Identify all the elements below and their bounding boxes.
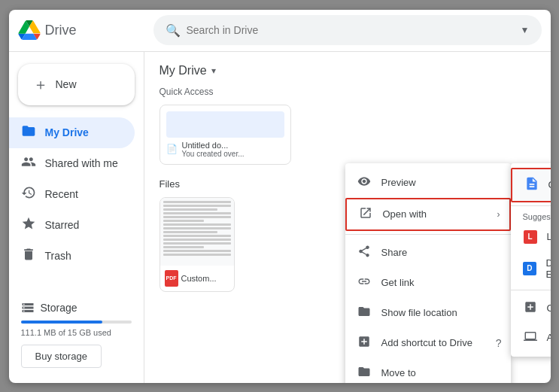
file-line bbox=[163, 231, 217, 233]
submenu-dochub-label: DocHub - PDF Sign and Edit bbox=[545, 257, 550, 280]
sidebar-item-shared-label: Shared with me bbox=[45, 157, 118, 169]
dochub-icon: D bbox=[523, 261, 537, 275]
file-line bbox=[163, 208, 217, 211]
submenu-google-docs-label: Google Docs bbox=[548, 179, 551, 190]
qa-card-info: 📄 Untitled do... You created over... bbox=[166, 141, 284, 158]
file-line bbox=[163, 212, 231, 214]
sidebar-item-recent[interactable]: Recent bbox=[9, 179, 135, 210]
menu-item-move-to[interactable]: Move to bbox=[345, 358, 511, 383]
preview-icon bbox=[357, 175, 371, 191]
people-icon bbox=[21, 154, 36, 173]
search-input[interactable] bbox=[187, 24, 515, 36]
buy-storage-button[interactable]: Buy storage bbox=[21, 345, 102, 368]
submenu-item-google-docs[interactable]: Google Docs bbox=[511, 168, 551, 202]
pdf-icon: PDF bbox=[165, 270, 178, 287]
drive-logo-icon bbox=[18, 20, 41, 40]
qa-card-name: Untitled do... bbox=[182, 141, 245, 150]
share-icon bbox=[357, 245, 371, 261]
doc-icon: 📄 bbox=[166, 144, 178, 154]
submenu-connect-label: Connect more apps bbox=[547, 302, 551, 314]
file-line bbox=[163, 220, 204, 222]
folder-icon bbox=[21, 123, 36, 142]
open-with-icon bbox=[359, 206, 372, 223]
search-dropdown-icon[interactable]: ▼ bbox=[521, 25, 530, 35]
connect-icon bbox=[523, 300, 538, 316]
quick-access-card[interactable]: 📄 Untitled do... You created over... bbox=[159, 105, 291, 165]
qa-card-sub: You created over... bbox=[182, 150, 245, 158]
storage-used-text: 111.1 MB of 15 GB used bbox=[21, 328, 132, 337]
menu-item-move-to-label: Move to bbox=[381, 367, 416, 378]
submenu-item-computer[interactable]: Apps on your Computer bbox=[511, 323, 551, 352]
main-header: My Drive ▾ bbox=[159, 64, 536, 77]
file-preview-lines bbox=[163, 201, 231, 256]
file-line bbox=[163, 250, 231, 252]
menu-item-share-label: Share bbox=[381, 247, 408, 258]
move-icon bbox=[357, 365, 371, 381]
plus-icon: ＋ bbox=[33, 74, 48, 95]
header: Drive 🔍 ▼ bbox=[9, 10, 551, 52]
folder-open-icon bbox=[357, 305, 371, 321]
file-line bbox=[163, 216, 231, 218]
new-button-label: New bbox=[56, 78, 77, 90]
sidebar-item-my-drive[interactable]: My Drive bbox=[9, 117, 135, 148]
file-line bbox=[163, 201, 231, 203]
trash-icon bbox=[21, 247, 36, 266]
submenu-item-dochub[interactable]: D DocHub - PDF Sign and Edit bbox=[511, 251, 551, 287]
file-card-name: Custom... bbox=[181, 274, 217, 283]
link-icon bbox=[357, 275, 371, 291]
menu-item-get-link-label: Get link bbox=[381, 277, 415, 288]
main-title: My Drive bbox=[159, 64, 207, 77]
google-docs-icon bbox=[524, 176, 539, 194]
menu-item-add-shortcut[interactable]: Add shortcut to Drive ? bbox=[345, 328, 511, 358]
search-icon: 🔍 bbox=[166, 23, 181, 38]
menu-item-add-shortcut-label: Add shortcut to Drive bbox=[381, 337, 472, 348]
sidebar-item-recent-label: Recent bbox=[45, 188, 78, 200]
menu-item-show-location-label: Show file location bbox=[381, 307, 457, 318]
storage-bar-bg bbox=[21, 321, 132, 324]
file-line bbox=[163, 254, 231, 256]
submenu-divider-2 bbox=[511, 290, 551, 290]
lumin-icon: L bbox=[523, 229, 538, 244]
sidebar-item-trash[interactable]: Trash bbox=[9, 241, 135, 272]
submenu-item-lumin[interactable]: L Lumin PDF bbox=[511, 223, 551, 251]
submenu-divider bbox=[511, 205, 551, 206]
file-line bbox=[163, 246, 204, 248]
quick-access-label: Quick Access bbox=[159, 87, 536, 97]
app-title: Drive bbox=[45, 23, 77, 38]
submenu-lumin-label: Lumin PDF bbox=[547, 231, 551, 242]
file-line bbox=[163, 223, 231, 226]
file-line bbox=[163, 239, 231, 241]
storage-icon bbox=[21, 301, 35, 315]
menu-item-preview-label: Preview bbox=[381, 177, 416, 188]
storage-label: Storage bbox=[21, 301, 132, 315]
sidebar-item-shared[interactable]: Shared with me bbox=[9, 148, 135, 179]
menu-item-open-with-label: Open with bbox=[383, 208, 427, 220]
submenu-item-connect[interactable]: Connect more apps bbox=[511, 293, 551, 323]
sidebar-item-trash-label: Trash bbox=[45, 250, 71, 262]
menu-item-share[interactable]: Share bbox=[345, 238, 511, 268]
computer-icon bbox=[523, 330, 538, 345]
logo-area: Drive bbox=[18, 20, 153, 40]
file-preview bbox=[160, 198, 234, 266]
sidebar-item-starred[interactable]: Starred bbox=[9, 210, 135, 241]
sidebar-item-starred-label: Starred bbox=[45, 219, 80, 231]
file-card[interactable]: PDF Custom... bbox=[159, 197, 235, 292]
sidebar-item-my-drive-label: My Drive bbox=[45, 126, 89, 138]
menu-item-preview[interactable]: Preview bbox=[345, 168, 511, 198]
new-button[interactable]: ＋ New bbox=[18, 64, 135, 105]
search-bar[interactable]: 🔍 ▼ bbox=[153, 15, 542, 45]
main-content: My Drive ▾ Quick Access 📄 Untitled do...… bbox=[144, 52, 551, 383]
menu-item-open-with[interactable]: Open with › bbox=[345, 198, 511, 231]
submenu-computer-label: Apps on your Computer bbox=[547, 332, 551, 343]
storage-bar-fill bbox=[21, 321, 103, 324]
file-line bbox=[163, 242, 231, 245]
menu-item-show-location[interactable]: Show file location bbox=[345, 298, 511, 328]
clock-icon bbox=[21, 185, 36, 204]
submenu: Google Docs Suggested apps L Lumin PDF D… bbox=[511, 163, 551, 357]
menu-divider bbox=[345, 234, 511, 235]
menu-item-get-link[interactable]: Get link bbox=[345, 268, 511, 298]
add-shortcut-icon bbox=[357, 335, 371, 351]
body: ＋ New My Drive Shared with me Recent bbox=[9, 52, 551, 383]
main-dropdown-icon[interactable]: ▾ bbox=[211, 65, 216, 76]
storage-text-label: Storage bbox=[41, 302, 77, 314]
